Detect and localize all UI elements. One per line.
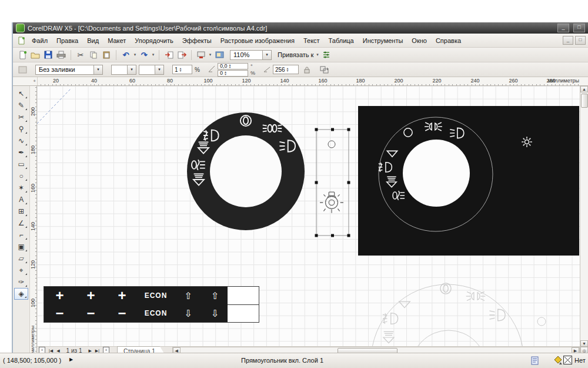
menu-help[interactable]: Справка	[432, 35, 465, 46]
vertical-ruler[interactable]: 200 180 160 140 120 100 миллиметры	[30, 86, 37, 354]
tool-ellipse[interactable]: ○	[14, 170, 28, 182]
scroll-down-button[interactable]: ▼	[580, 340, 588, 347]
tool-transparency[interactable]: ▱	[14, 253, 28, 264]
redo-icon[interactable]: ↷	[138, 49, 150, 61]
selection-handles[interactable]	[315, 128, 350, 237]
table-tool-icon: ⊞	[18, 207, 24, 216]
lock-icon[interactable]	[301, 64, 313, 75]
snap-dropdown-icon[interactable]: ▾	[315, 52, 319, 57]
toolbar-separator	[71, 50, 71, 60]
application-launcher-icon[interactable]	[195, 49, 207, 61]
menu-file[interactable]: Файл	[28, 35, 52, 46]
fill-dialog-icon[interactable]	[16, 64, 28, 75]
zoom-dropdown-icon[interactable]: ▾	[262, 51, 271, 59]
restore-button[interactable]: □	[573, 24, 585, 32]
fill-type-dropdown-icon[interactable]: ▾	[93, 65, 102, 74]
export-icon[interactable]	[176, 49, 188, 61]
vertical-scrollbar[interactable]: ▲ ▼ ◎	[580, 86, 588, 354]
fill-color2-combo[interactable]: ▾	[139, 65, 164, 75]
tool-eyedropper[interactable]: ⌖	[14, 264, 28, 276]
gradient-angle-field[interactable]: 0,0 ▲▼	[218, 63, 248, 69]
right-panel-object[interactable]	[358, 106, 579, 256]
tool-artistic-media[interactable]: ✒	[14, 147, 28, 158]
tool-interactive-fill[interactable]: ◈	[14, 288, 28, 300]
ruler-origin[interactable]: ⌖	[13, 77, 38, 85]
undo-icon[interactable]: ↶	[120, 49, 132, 61]
midpoint-field[interactable]: 1 ▲▼	[172, 65, 192, 74]
tool-zoom[interactable]: ⚲	[14, 123, 28, 135]
save-icon[interactable]	[42, 49, 54, 61]
welcome-screen-icon[interactable]	[213, 49, 225, 61]
zoom-levels-combo[interactable]: 110% ▾	[230, 50, 272, 60]
menu-layout[interactable]: Макет	[103, 35, 130, 46]
tool-freehand[interactable]: ∿	[14, 135, 28, 147]
copy-properties-icon[interactable]	[319, 64, 330, 75]
undo-dropdown-icon[interactable]: ▾	[133, 52, 137, 57]
open-icon[interactable]	[29, 49, 41, 61]
doc-minimize-button[interactable]: _	[563, 36, 573, 45]
menu-window[interactable]: Окно	[407, 35, 431, 46]
options-icon[interactable]	[320, 49, 332, 61]
new-document-icon[interactable]	[16, 49, 28, 61]
tool-polygon[interactable]: ✶	[14, 182, 28, 194]
fill-none-swatch[interactable]	[563, 356, 572, 364]
menu-tools[interactable]: Инструменты	[359, 35, 407, 46]
tool-rectangle[interactable]: ▭	[14, 158, 28, 170]
scroll-up-button[interactable]: ▲	[580, 86, 588, 92]
menu-bitmaps[interactable]: Растровые изображения	[216, 35, 299, 46]
tool-pick[interactable]: ↖	[14, 88, 28, 100]
small-circle-object[interactable]	[328, 141, 335, 148]
gradient-angle-value: 0,0	[220, 63, 228, 69]
minimize-button[interactable]: _	[557, 24, 569, 32]
tool-connector[interactable]: ⌐	[14, 229, 28, 241]
menu-arrange[interactable]: Упорядочить	[131, 35, 177, 46]
tool-dimension[interactable]: ∠	[14, 217, 28, 229]
outline-color-icon[interactable]	[553, 356, 563, 366]
gradient-angle-spinner[interactable]: ▲▼	[228, 64, 231, 68]
standard-toolbar: ✂ ↶ ▾ ↷ ▾ ▾ 110% ▾ Привязать к ▾	[13, 48, 588, 62]
fill-color-dropdown-icon[interactable]: ▾	[127, 65, 136, 74]
midpoint-spinner[interactable]: ▲▼	[179, 67, 182, 72]
steps-spinner[interactable]: ▲▼	[286, 67, 289, 72]
tool-table[interactable]: ⊞	[14, 205, 28, 217]
title-bar[interactable]: CorelDRAW X5 - [C:\Documents and Setting…	[13, 22, 588, 34]
shape-tool-icon: ✎	[18, 101, 24, 110]
tool-crop[interactable]: ✂	[14, 111, 28, 123]
menu-view[interactable]: Вид	[83, 35, 103, 46]
launcher-dropdown-icon[interactable]: ▾	[208, 52, 212, 57]
steps-field[interactable]: 256 ▲▼	[273, 65, 299, 74]
gradient-edge-field[interactable]: 0 ▲▼	[218, 70, 248, 77]
fill-type-combo[interactable]: Без заливки ▾	[35, 65, 103, 75]
left-dial-object[interactable]	[187, 112, 305, 230]
drawing-canvas[interactable]: + + + ECON ⇧ ⇧ − − − ECON ⇩ ⇩	[37, 86, 580, 346]
vertical-scroll-thumb[interactable]	[581, 94, 588, 108]
document-icon	[15, 35, 27, 46]
redo-dropdown-icon[interactable]: ▾	[151, 52, 155, 57]
snap-to-control[interactable]: Привязать к ▾	[278, 51, 319, 58]
tool-shape[interactable]: ✎	[14, 100, 28, 111]
econ-strip-object[interactable]: + + + ECON ⇧ ⇧ − − − ECON ⇩ ⇩	[44, 286, 259, 323]
copy-icon[interactable]	[88, 49, 99, 61]
menu-table[interactable]: Таблица	[325, 35, 358, 46]
menu-effects[interactable]: Эффекты	[178, 35, 216, 46]
fill-color-combo[interactable]: ▾	[111, 65, 136, 75]
hruler-tick: 220	[430, 78, 444, 84]
cut-icon[interactable]: ✂	[75, 49, 86, 61]
tool-blend[interactable]: ▣	[14, 241, 28, 253]
ghost-dial-object[interactable]	[371, 283, 546, 346]
gradient-edge-spinner[interactable]: ▲▼	[224, 71, 227, 75]
import-icon[interactable]	[163, 49, 175, 61]
document-properties-icon[interactable]	[531, 356, 539, 366]
guideline[interactable]	[37, 88, 71, 124]
doc-restore-button[interactable]: □	[575, 36, 586, 45]
fill-color2-dropdown-icon[interactable]: ▾	[155, 65, 163, 74]
print-icon[interactable]	[55, 49, 67, 61]
paste-icon[interactable]	[101, 49, 112, 61]
tool-text[interactable]: A	[14, 194, 28, 205]
selected-rectangle-object[interactable]	[315, 128, 350, 237]
menu-edit[interactable]: Правка	[52, 35, 82, 46]
horizontal-ruler[interactable]: 20 40 60 80 100 120 140 160 180 200 220 …	[38, 77, 580, 85]
menu-text[interactable]: Текст	[299, 35, 324, 46]
tool-outline-pen[interactable]: ✑	[14, 276, 28, 288]
vertical-scroll-track[interactable]	[580, 92, 588, 340]
